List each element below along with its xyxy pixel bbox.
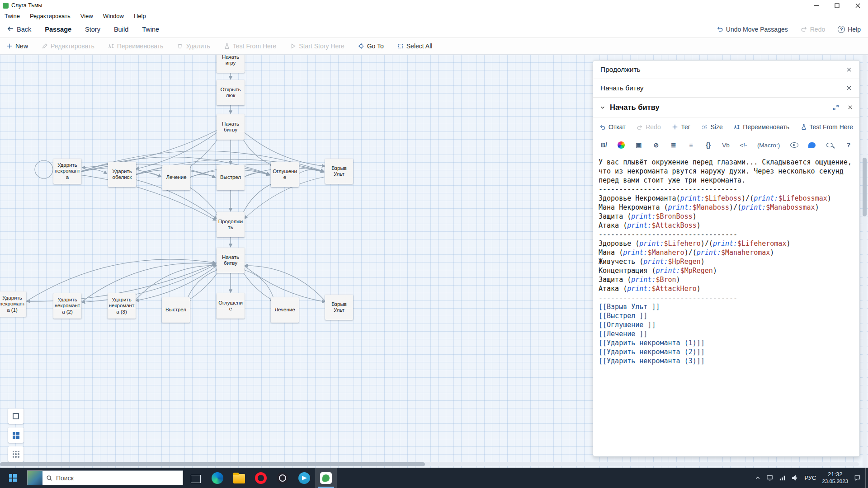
tab-passage[interactable]: Passage: [45, 26, 71, 33]
explorer-icon: [233, 474, 245, 483]
dialog-action-тег[interactable]: Тег: [672, 123, 690, 131]
dialog-action-test-from-here[interactable]: Test From Here: [801, 123, 853, 131]
back-button[interactable]: Back: [7, 25, 31, 33]
passage-node[interactable]: Начать битву: [217, 114, 245, 140]
tray-chevron-up-icon[interactable]: [755, 475, 760, 481]
passage-node[interactable]: Ударить некроманта: [53, 159, 81, 184]
explorer-taskbar-button[interactable]: [228, 468, 250, 488]
help-button[interactable]: ? Help: [838, 26, 861, 33]
menu-редактировать[interactable]: Редактировать: [30, 13, 71, 19]
list-icon[interactable]: ≣: [670, 141, 677, 149]
editor-stack-row[interactable]: Продолжить: [593, 61, 859, 79]
chevron-down-icon[interactable]: [599, 104, 606, 111]
macro-icon[interactable]: (Macro:): [757, 142, 780, 149]
editor-stack-row[interactable]: Начать битву: [593, 79, 859, 98]
zoom-small-button[interactable]: [8, 446, 24, 462]
passage-node[interactable]: Взрыв Ульт: [325, 295, 353, 320]
passage-node[interactable]: Продолжить: [217, 212, 245, 237]
close-button[interactable]: [847, 0, 868, 11]
horizontal-scrollbar[interactable]: [0, 462, 859, 466]
action-go-to[interactable]: Go To: [358, 42, 384, 50]
menu-view[interactable]: View: [80, 13, 93, 19]
align-icon[interactable]: ≡: [687, 141, 694, 149]
notification-center-icon[interactable]: [854, 474, 861, 481]
action-редактировать[interactable]: Редактировать: [42, 42, 94, 50]
vertical-scrollbar-thumb[interactable]: [863, 158, 867, 216]
zoom-full-button[interactable]: [8, 408, 24, 424]
opera-taskbar-button[interactable]: [250, 468, 272, 488]
taskbar-search[interactable]: Поиск: [27, 470, 183, 485]
passage-node[interactable]: Взрыв Ульт: [325, 159, 353, 184]
taskbar-clock[interactable]: 21:32 23.05.2023: [822, 471, 848, 485]
code-line: У вас плывёт окружение перед глазами... …: [599, 158, 854, 185]
menu-twine[interactable]: Twine: [5, 13, 20, 19]
minimize-button[interactable]: [806, 0, 826, 11]
close-dialog-icon[interactable]: [847, 104, 853, 111]
search-daily-image: [28, 471, 42, 485]
passage-actionbar: NewРедактироватьПереименоватьУдалитьTest…: [0, 38, 868, 55]
dialog-action-откат[interactable]: Откат: [599, 123, 626, 131]
bubble-icon[interactable]: [808, 142, 816, 148]
action-start-story-here[interactable]: Start Story Here: [290, 42, 344, 50]
dialog-action-size[interactable]: Size: [702, 123, 723, 131]
maximize-button[interactable]: [826, 0, 847, 11]
colorwheel-icon[interactable]: [618, 141, 625, 149]
passage-node[interactable]: Лечение: [162, 165, 190, 190]
dialog-action-переименовать[interactable]: Переименовать: [734, 123, 789, 131]
passage-node[interactable]: Начать игру: [217, 55, 245, 73]
tray-display-icon[interactable]: [766, 474, 773, 481]
tab-story[interactable]: Story: [85, 26, 100, 33]
help-icon[interactable]: ?: [845, 141, 852, 149]
passage-node[interactable]: Ударить обелиск: [108, 162, 136, 187]
verbatim-icon[interactable]: Vb: [722, 142, 730, 149]
action-select-all[interactable]: Select All: [397, 42, 433, 50]
edge-taskbar-button[interactable]: [207, 468, 228, 488]
unlink-icon[interactable]: ⊘: [652, 141, 660, 149]
tray-network-icon[interactable]: [779, 474, 786, 481]
obs-taskbar-button[interactable]: [272, 468, 293, 488]
bold-icon[interactable]: B/: [600, 141, 608, 149]
braces-icon[interactable]: {}: [705, 141, 712, 149]
passage-node[interactable]: Начать битву: [217, 248, 245, 273]
tray-volume-icon[interactable]: [792, 474, 798, 481]
undo-move-passages-button[interactable]: Undo Move Passages: [717, 25, 788, 33]
action-переименовать[interactable]: Переименовать: [108, 42, 164, 50]
passage-node[interactable]: Оглушение: [217, 293, 245, 319]
comment-icon[interactable]: <!-: [740, 142, 747, 149]
horizontal-scrollbar-thumb[interactable]: [0, 462, 425, 466]
tab-twine[interactable]: Twine: [142, 26, 159, 33]
plus-icon: [672, 124, 678, 130]
menu-help[interactable]: Help: [134, 13, 146, 19]
tab-build[interactable]: Build: [114, 26, 128, 33]
menu-window[interactable]: Window: [103, 13, 124, 19]
eye-icon[interactable]: [790, 142, 798, 148]
maximize-dialog-icon[interactable]: [833, 104, 839, 111]
passage-node[interactable]: Ударить некроманта (2): [53, 293, 81, 319]
close-icon[interactable]: [846, 85, 852, 91]
passage-node[interactable]: Лечение: [271, 297, 299, 323]
dialog-action-redo[interactable]: Redo: [637, 123, 660, 131]
action-удалить[interactable]: Удалить: [177, 42, 210, 50]
passage-node[interactable]: Ударить некроманта (3): [108, 293, 136, 319]
show-desktop-strip[interactable]: [865, 468, 868, 488]
passage-source-editor[interactable]: У вас плывёт окружение перед глазами... …: [593, 154, 859, 456]
frame-icon[interactable]: ▣: [635, 141, 642, 149]
search-icon[interactable]: [826, 143, 833, 147]
zoom-medium-button[interactable]: [8, 427, 24, 443]
language-indicator[interactable]: РУС: [804, 474, 816, 481]
passage-node[interactable]: Выстрел: [162, 297, 190, 323]
passage-node[interactable]: Открыть люк: [217, 80, 245, 105]
story-map-canvas[interactable]: Начать игруОткрыть люкНачать битвуУдарит…: [0, 55, 868, 468]
taskview-taskbar-button[interactable]: [185, 468, 207, 488]
redo-button[interactable]: Redo: [801, 25, 825, 33]
close-icon[interactable]: [846, 66, 852, 73]
twine-taskbar-button[interactable]: [315, 468, 337, 488]
action-test-from-here[interactable]: Test From Here: [224, 42, 276, 50]
passage-node[interactable]: Выстрел: [217, 165, 245, 190]
vertical-scrollbar[interactable]: [863, 55, 867, 468]
passage-node[interactable]: Оглушение: [271, 162, 299, 187]
start-button[interactable]: [0, 468, 25, 488]
passage-node[interactable]: Ударить некроманта (1): [0, 291, 26, 317]
action-new[interactable]: New: [6, 42, 28, 50]
telegram-taskbar-button[interactable]: [293, 468, 315, 488]
